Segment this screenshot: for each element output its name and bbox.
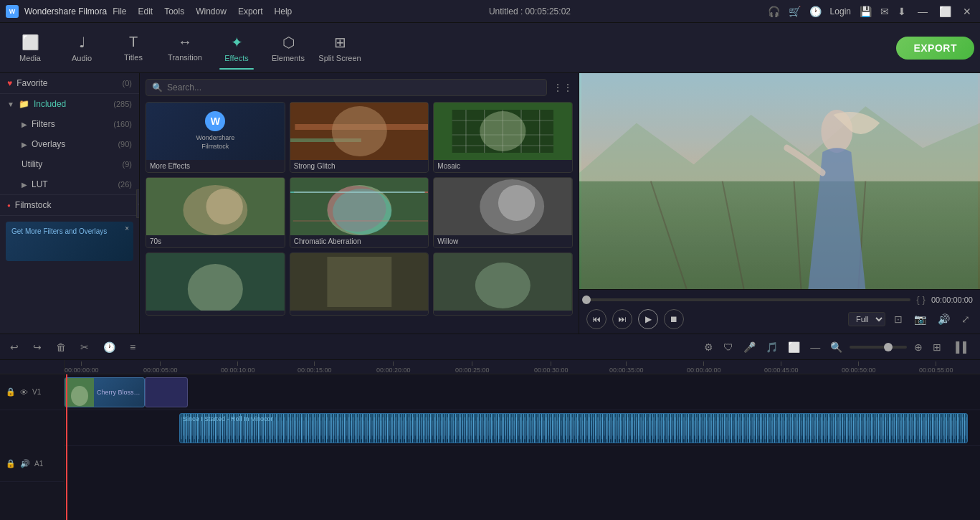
filters-count: (160) [113,120,132,128]
zoom-out-icon[interactable]: 🔍 [827,340,845,354]
progress-bar[interactable] [586,298,910,301]
search-box: 🔍 [146,79,547,96]
audio-track-mute-icon[interactable]: 🔊 [20,459,30,468]
menu-file[interactable]: File [113,6,126,16]
grid-view-icon[interactable]: ⋮⋮ [553,82,573,93]
menu-help[interactable]: Help [275,6,292,16]
bracket-open[interactable]: { [916,294,919,305]
menu-tools[interactable]: Tools [164,6,184,16]
sidebar-item-filters[interactable]: ▶ Filters (160) [14,114,139,134]
effect-card-more-effects[interactable]: W WondershareFilmstock More Effects [146,102,285,173]
effect-label-strong-glitch: Strong Glitch [290,160,429,172]
video-track-row: Cherry Blossom [65,374,980,410]
menu-edit[interactable]: Edit [138,6,153,16]
frame-back-button[interactable]: ⏭ [612,309,632,329]
export-button[interactable]: EXPORT [896,37,974,60]
play-button[interactable]: ▶ [638,309,658,329]
effect-card-row3b[interactable] [290,252,429,316]
history-button[interactable]: 🕐 [100,340,118,354]
sidebar-item-overlays[interactable]: ▶ Overlays (90) [14,134,139,154]
settings-icon[interactable]: ⚙ [701,340,716,354]
effect-card-willow[interactable]: Willow [433,177,573,248]
delete-button[interactable]: 🗑 [53,340,69,354]
download-icon[interactable]: ⬇ [898,6,906,17]
toolbar-transition[interactable]: ↔ Transition [161,27,209,70]
media-icon: ⬜ [22,34,39,51]
banner-close-button[interactable]: × [125,224,129,232]
save-icon[interactable]: 💾 [860,6,872,17]
login-button[interactable]: Login [830,6,851,16]
shield-icon[interactable]: 🛡 [720,340,736,354]
zoom-slider[interactable] [850,346,907,349]
headset-icon[interactable]: 🎧 [768,6,780,17]
toolbar-audio[interactable]: ♩ Audio [57,27,106,70]
close-button[interactable]: ✕ [960,6,974,17]
clock-icon[interactable]: 🕐 [809,6,822,17]
search-icon: 🔍 [152,82,163,93]
timeline-toolbar: ↩ ↪ 🗑 ✂ 🕐 ≡ ⚙ 🛡 🎤 🎵 ⬜ — 🔍 ⊕ ⊞ ▌▌ [0,334,980,360]
svg-rect-32 [327,257,391,307]
favorite-count: (0) [123,79,132,88]
audio-label: Audio [72,54,92,62]
voiceover-icon[interactable]: 🎵 [763,340,781,354]
toolbar-splitscreen[interactable]: ⊞ Split Screen [315,27,364,70]
effect-card-row3a[interactable] [146,252,285,316]
effect-label-row3a [146,311,285,315]
window-controls: — ⬜ ✕ [915,6,974,17]
minimize-button[interactable]: — [915,6,931,17]
menu-export[interactable]: Export [238,6,263,16]
video-clip-cherry-blossom[interactable]: Cherry Blossom [65,377,145,407]
sidebar-item-filmstock[interactable]: ● Filmstock [0,195,139,215]
volume-icon[interactable]: 🔊 [935,313,953,325]
maximize-button[interactable]: ⬜ [936,6,954,17]
more-options-button[interactable]: ▌▌ [953,340,973,354]
title-bar: W Wondershare Filmora File Edit Tools Wi… [0,0,980,23]
track-visibility-icon[interactable]: 👁 [20,388,28,397]
quality-select[interactable]: Full [848,312,885,326]
sidebar-item-utility[interactable]: Utility (9) [14,154,139,174]
video-track-label: 🔒 👁 V1 [0,374,64,410]
audio-track-lock-icon[interactable]: 🔒 [6,459,16,468]
toolbar-media[interactable]: ⬜ Media [6,27,54,70]
sidebar-item-lut[interactable]: ▶ LUT (26) [14,174,139,194]
search-input[interactable] [167,82,541,93]
banner-text: Get More Filters and Overlays [11,227,107,235]
end-frame-icon[interactable]: ⊞ [930,340,944,354]
menu-window[interactable]: Window [196,6,227,16]
mic-icon[interactable]: 🎤 [741,340,758,354]
toolbar-effects[interactable]: ✦ Effects [212,27,261,70]
ruler-mark-8: 00:00:40:00 [687,360,721,374]
sidebar-collapse-button[interactable]: ◀ [136,189,140,218]
toolbar-titles[interactable]: T Titles [109,27,158,70]
main-content: ♥ Favorite (0) ▼ 📁 Included (285) ▶ [0,73,980,334]
zoom-in-icon[interactable]: ⊕ [911,340,926,354]
subtitles-icon[interactable]: ⬜ [785,340,803,354]
effect-card-strong-glitch[interactable]: Strong Glitch [290,102,429,173]
step-back-button[interactable]: ⏮ [586,309,606,329]
effect-card-chromatic[interactable]: Chromatic Aberration [290,177,429,248]
silence-icon[interactable]: — [807,340,823,354]
progress-handle[interactable] [582,296,591,304]
mail-icon[interactable]: ✉ [880,6,889,17]
bracket-close[interactable]: } [923,294,926,305]
video-clip-secondary[interactable] [145,377,188,407]
undo-button[interactable]: ↩ [7,340,22,354]
lut-count: (26) [118,180,132,189]
track-lock-icon[interactable]: 🔒 [6,387,16,397]
cart-icon[interactable]: 🛒 [789,6,801,17]
snapshot-icon[interactable]: 📷 [911,313,929,325]
effect-card-mosaic[interactable]: Mosaic [433,102,573,173]
fullscreen-preview-icon[interactable]: ⊡ [891,313,905,325]
sidebar-item-favorite[interactable]: ♥ Favorite (0) [0,73,139,93]
effect-card-row3c[interactable] [433,252,573,316]
stop-button[interactable]: ⏹ [664,309,684,329]
audio-clip-since-i-started[interactable]: Since I Started - Roll In Vinocor [179,413,968,443]
expand-icon[interactable]: ⤢ [958,313,973,325]
effect-card-70s[interactable]: 70s [146,177,285,248]
cut-button[interactable]: ✂ [77,340,92,354]
sidebar-item-included[interactable]: ▼ 📁 Included (285) [0,94,139,114]
toolbar-elements[interactable]: ⬡ Elements [264,27,313,70]
redo-button[interactable]: ↪ [30,340,44,354]
audio-settings-button[interactable]: ≡ [127,340,138,354]
zoom-handle[interactable] [884,343,893,351]
